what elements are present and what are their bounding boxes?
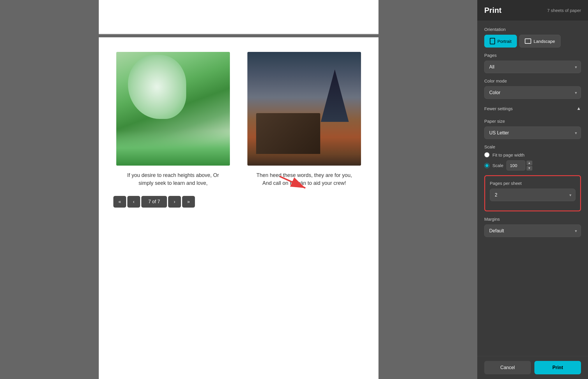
scale-label: Scale — [484, 144, 581, 149]
margins-label: Margins — [484, 217, 581, 222]
preview-area: If you desire to reach heights above, Or… — [0, 0, 477, 379]
chevron-up-icon: ▲ — [576, 106, 581, 111]
panel-footer: Cancel Print — [477, 356, 588, 379]
fewer-settings-label: Fewer settings — [484, 106, 513, 111]
scale-input-option: Scale ▲ ▼ — [484, 160, 581, 171]
pages-per-sheet-select[interactable]: 1 2 4 6 9 16 — [490, 189, 575, 201]
pages-select-wrap: All Current page Custom ▾ — [484, 61, 581, 73]
scale-increment-button[interactable]: ▲ — [527, 161, 532, 165]
orientation-label: Orientation — [484, 27, 581, 32]
landscape-label: Landscape — [534, 39, 555, 44]
scale-radio[interactable] — [484, 163, 490, 168]
color-mode-select[interactable]: Color Black and white — [484, 86, 581, 99]
sheets-badge: 7 sheets of paper — [547, 8, 581, 13]
image-1 — [116, 52, 230, 166]
margins-select-wrap: Default None Minimum Custom ▾ — [484, 224, 581, 237]
pages-label: Pages — [484, 53, 581, 58]
paper-size-label: Paper size — [484, 119, 581, 124]
color-mode-select-wrap: Color Black and white ▾ — [484, 86, 581, 99]
image-caption-2: Then heed these words, they are for you,… — [252, 171, 357, 187]
margins-select[interactable]: Default None Minimum Custom — [484, 224, 581, 237]
scale-radio-label: Scale — [492, 163, 504, 168]
landscape-icon — [525, 38, 531, 44]
image-block-1: If you desire to reach heights above, Or… — [116, 52, 230, 187]
image-block-2: Then heed these words, they are for you,… — [247, 52, 361, 187]
pages-select[interactable]: All Current page Custom — [484, 61, 581, 73]
first-page-button[interactable]: « — [113, 196, 126, 208]
pagination: « ‹ 7 of 7 › » — [113, 196, 364, 208]
image-caption-1: If you desire to reach heights above, Or… — [121, 171, 226, 187]
prev-page-button[interactable]: ‹ — [127, 196, 140, 208]
paper-size-select-wrap: US Letter A4 A3 Legal ▾ — [484, 127, 581, 139]
color-mode-label: Color mode — [484, 78, 581, 83]
panel-header: Print 7 sheets of paper — [477, 0, 588, 21]
scale-number-input: ▲ ▼ — [506, 160, 532, 171]
images-row: If you desire to reach heights above, Or… — [113, 52, 364, 187]
print-button[interactable]: Print — [534, 361, 581, 374]
image-2 — [247, 52, 361, 166]
page-top-stub — [99, 0, 378, 34]
portrait-icon — [490, 38, 495, 44]
scale-options: Fit to page width Scale ▲ ▼ — [484, 152, 581, 171]
pages-per-sheet-label: Pages per sheet — [490, 181, 575, 186]
orientation-row: Portrait Landscape — [484, 35, 581, 48]
pages-per-sheet-section: Pages per sheet 1 2 4 6 9 16 ▾ — [484, 175, 581, 211]
fit-to-page-radio[interactable] — [484, 152, 490, 157]
page-main: If you desire to reach heights above, Or… — [99, 37, 378, 379]
print-panel: Print 7 sheets of paper Orientation Port… — [477, 0, 588, 379]
scale-value-input[interactable] — [506, 160, 525, 171]
fit-to-page-label: Fit to page width — [492, 152, 524, 157]
portrait-button[interactable]: Portrait — [484, 35, 517, 48]
panel-title: Print — [484, 6, 501, 15]
scale-spin-buttons: ▲ ▼ — [527, 161, 532, 171]
pages-per-sheet-select-wrap: 1 2 4 6 9 16 ▾ — [490, 189, 575, 201]
page-current: 7 of 7 — [141, 196, 167, 208]
paper-size-select[interactable]: US Letter A4 A3 Legal — [484, 127, 581, 139]
panel-body: Orientation Portrait Landscape Pages All… — [477, 21, 588, 356]
fit-to-page-width-option: Fit to page width — [484, 152, 581, 157]
landscape-button[interactable]: Landscape — [519, 35, 560, 48]
cancel-button[interactable]: Cancel — [484, 361, 531, 374]
fewer-settings-button[interactable]: Fewer settings ▲ — [484, 103, 581, 113]
next-page-button[interactable]: › — [168, 196, 181, 208]
last-page-button[interactable]: » — [182, 196, 195, 208]
portrait-label: Portrait — [497, 39, 511, 44]
scale-decrement-button[interactable]: ▼ — [527, 166, 532, 171]
